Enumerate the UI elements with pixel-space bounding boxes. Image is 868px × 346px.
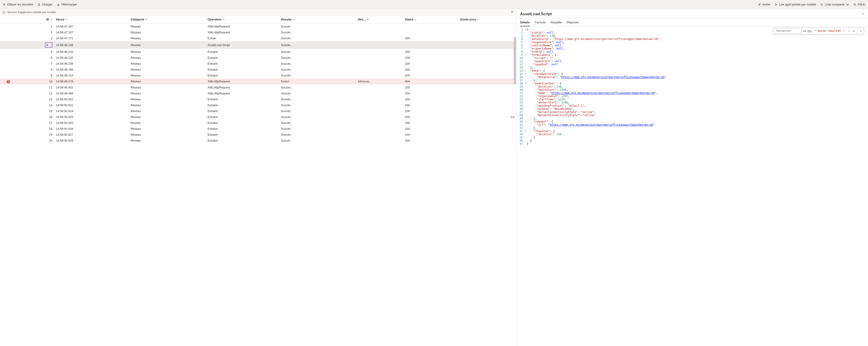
- cell-res2: [356, 61, 403, 67]
- json-line: 8 "nodeId": null,: [517, 50, 868, 53]
- json-line: 20 "fetchStart": 1349,: [517, 88, 868, 91]
- search-icon: [853, 3, 857, 6]
- table-row[interactable]: 1514:58:50.924RéseauExtraireSuccès200: [0, 108, 516, 114]
- json-viewer[interactable]: Aa Abl .* Aucun résultat ← → ≡ ✕ 1⊟{2 "s…: [517, 27, 868, 346]
- cell-id: 17: [17, 120, 54, 126]
- clear-data-button[interactable]: Effacer les données: [3, 3, 33, 6]
- cell-operation: Extraire: [206, 102, 279, 108]
- match-case-button[interactable]: Aa: [803, 29, 807, 33]
- cell-duree: [458, 120, 516, 126]
- cell-statut: 200: [403, 49, 458, 55]
- session-close-button[interactable]: [510, 10, 514, 14]
- prev-match-button[interactable]: ←: [842, 29, 846, 33]
- load-label: Charger: [42, 3, 53, 6]
- cell-operation: AssetLoad.Script: [206, 41, 279, 49]
- error-icon: ✕: [7, 80, 10, 83]
- json-line: 11 "spanStart": null,: [517, 60, 868, 63]
- tab-formule[interactable]: Formule: [535, 18, 546, 26]
- table-row[interactable]: 1914:58:50.927RéseauExtraireSuccès200: [0, 132, 516, 138]
- cell-id: 20: [17, 138, 54, 143]
- json-line: 12 "spanEnd": null: [517, 63, 868, 66]
- fold-toggle[interactable]: ⊟: [524, 129, 527, 132]
- table-row[interactable]: 614:58:48.235RéseauExtraireSuccès200: [0, 55, 516, 61]
- top-toolbar: Effacer les données Charger Télécharger …: [0, 0, 868, 9]
- cell-heure: 14:58:50.922: [54, 102, 129, 108]
- whole-word-button[interactable]: Abl: [808, 29, 811, 33]
- find-in-selection-button[interactable]: ≡: [852, 29, 856, 33]
- col-duree[interactable]: Durée (ms): [458, 16, 516, 24]
- regex-button[interactable]: .*: [813, 29, 816, 33]
- col-id[interactable]: ID: [17, 16, 54, 24]
- filter-button[interactable]: Filtrer: [853, 3, 865, 6]
- compact-list-button[interactable]: Liste compacte: [820, 3, 849, 6]
- col-categorie[interactable]: Catégorie: [129, 16, 206, 24]
- expand-pane-button[interactable]: [861, 12, 864, 16]
- table-row[interactable]: 1114:58:48.453RéseauXMLHttpRequestSuccès…: [0, 84, 516, 90]
- col-res2[interactable]: Rés...: [356, 16, 403, 24]
- load-button[interactable]: Charger: [37, 3, 53, 6]
- events-table[interactable]: ID Heure Catégorie Opération Résulta Rés…: [0, 16, 516, 346]
- invite-button[interactable]: Inviter: [758, 3, 771, 6]
- cell-heure: 14:58:48.233: [54, 49, 129, 55]
- table-row[interactable]: 1214:58:48.494RéseauXMLHttpRequestSuccès…: [0, 90, 516, 96]
- cell-duree: [458, 67, 516, 73]
- json-line: 15⊟ "dataOperation": {: [517, 73, 868, 76]
- tab-requete[interactable]: Requête: [551, 18, 562, 26]
- fold-toggle[interactable]: ⊟: [524, 28, 527, 30]
- col-heure[interactable]: Heure: [54, 16, 129, 24]
- table-row[interactable]: 1714:58:50.925RéseauExtraireSuccès200: [0, 120, 516, 126]
- code-content: },: [527, 117, 868, 120]
- tab-reponse[interactable]: Réponse: [567, 18, 579, 26]
- cell-resultat: Succès: [279, 138, 356, 143]
- cell-id: 9: [17, 73, 54, 79]
- table-row[interactable]: 1314:58:50.922RéseauExtraireSuccès200: [0, 96, 516, 102]
- chevron-down-icon: [414, 18, 416, 21]
- json-line: 14⊟ "data": {: [517, 69, 868, 73]
- table-row[interactable]: 2014:58:50.928RéseauExtraireSuccès200: [0, 138, 516, 143]
- cell-operation: XMLHttpRequest: [206, 29, 279, 35]
- cell-resultat: Succès: [279, 61, 356, 67]
- fold-toggle[interactable]: ⊟: [524, 53, 527, 56]
- table-row[interactable]: 1614:58:50.925RéseauExtraireSuccès2001,0: [0, 114, 516, 120]
- fold-toggle[interactable]: ⊟: [524, 73, 527, 75]
- close-search-button[interactable]: ✕: [859, 29, 862, 33]
- cell-statut: 200: [403, 73, 458, 79]
- cell-res2: [356, 138, 403, 143]
- cell-id: 15: [17, 108, 54, 114]
- table-row[interactable]: 214:58:47.167RéseauXMLHttpRequestSuccès: [0, 29, 516, 35]
- table-row[interactable]: ✕1014:58:48.378RéseauXMLHttpRequestErreu…: [0, 79, 516, 85]
- row-status-icon-cell: [0, 73, 17, 79]
- cell-id: 16: [17, 114, 54, 120]
- cell-heure: 14:58:47.167: [54, 24, 129, 29]
- tab-details[interactable]: Détails: [520, 18, 530, 26]
- cell-categorie: Réseau: [129, 114, 206, 120]
- cell-statut: 200: [403, 90, 458, 96]
- download-button[interactable]: Télécharger: [57, 3, 77, 6]
- table-row[interactable]: 514:58:48.233RéseauExtraireSuccès200: [0, 49, 516, 55]
- play-icon: [775, 3, 778, 6]
- table-row[interactable]: 314:58:47.771RéseauExtrairSuccès200: [0, 35, 516, 41]
- table-row[interactable]: 1814:58:50.926RéseauExtraireSuccès200: [0, 126, 516, 132]
- search-input[interactable]: [775, 28, 802, 33]
- fold-toggle[interactable]: ⊟: [524, 69, 527, 72]
- next-match-button[interactable]: →: [847, 29, 851, 33]
- table-row[interactable]: 714:58:48.236RéseauExtraireSuccès200: [0, 61, 516, 67]
- cell-id: 7: [17, 61, 54, 67]
- cell-resultat: Succès: [279, 41, 356, 49]
- table-row[interactable]: 414:58:48.106RéseauAssetLoad.ScriptSuccè…: [0, 41, 516, 49]
- table-row[interactable]: 1414:58:50.922RéseauExtraireSuccès200: [0, 102, 516, 108]
- table-row[interactable]: 114:58:47.167RéseauXMLHttpRequestSuccès: [0, 24, 516, 29]
- table-row[interactable]: 914:58:48.324RéseauExtraireSuccès200: [0, 73, 516, 79]
- fold-toggle[interactable]: ⊟: [524, 82, 527, 84]
- scrollbar-thumb[interactable]: [514, 37, 516, 84]
- read-app-button[interactable]: Lire appli pilotée par modèle: [775, 3, 816, 6]
- col-resultat[interactable]: Résulta: [279, 16, 356, 24]
- json-line: 34 "duration": 138: [517, 133, 868, 136]
- fold-toggle[interactable]: ⊟: [524, 120, 527, 122]
- table-row[interactable]: 814:58:48.296RéseauExtraireSuccès200: [0, 67, 516, 73]
- cell-heure: 14:58:48.378: [54, 79, 129, 85]
- col-operation[interactable]: Opération: [206, 16, 279, 24]
- cell-operation: Extraire: [206, 126, 279, 132]
- row-status-icon-cell: ✕: [0, 79, 17, 85]
- col-statut[interactable]: Statut: [403, 16, 458, 24]
